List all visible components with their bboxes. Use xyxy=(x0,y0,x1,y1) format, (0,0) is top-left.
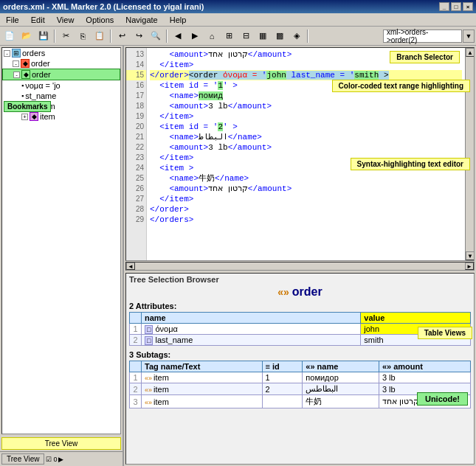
attr-row2-icon-cell: □ last_name xyxy=(142,335,361,346)
scroll-right[interactable]: ► xyxy=(465,262,474,270)
expand-button[interactable]: ▶ xyxy=(187,29,203,44)
tree-node-attr1[interactable]: ▪ νομα = 'jo xyxy=(2,80,120,91)
syntax-highlighting-callout: Syntax-highlighting text editor xyxy=(351,158,470,170)
order2-icon: ◆ xyxy=(21,70,30,79)
save-button[interactable]: 💾 xyxy=(35,29,52,44)
maximize-button[interactable]: □ xyxy=(451,2,461,11)
expand-order2[interactable]: - xyxy=(13,72,20,78)
sep3 xyxy=(166,29,168,43)
menu-options[interactable]: Options xyxy=(83,15,117,25)
sub-row3-num: 3 xyxy=(130,395,142,408)
expand-item2[interactable]: + xyxy=(21,114,28,120)
menu-view[interactable]: View xyxy=(54,15,77,25)
order1-icon: ◆ xyxy=(21,59,30,68)
collapse-button[interactable]: ⊟ xyxy=(238,29,254,44)
attr-row1-icon: □ xyxy=(145,325,153,334)
xml-line-17: <name>помид xyxy=(150,91,462,101)
scroll-down[interactable]: ▼ xyxy=(466,251,475,260)
sep1 xyxy=(54,29,55,43)
ln-29: 29 xyxy=(126,215,146,225)
attr-row1-icon-cell: □ όνομα xyxy=(142,324,361,335)
sub-row1-tag: «»item xyxy=(142,372,263,383)
subtag-row-1[interactable]: 1 «»item 1 помидор 3 lb xyxy=(130,372,471,383)
tree-node-order1[interactable]: - ◆ order xyxy=(2,58,120,69)
new-button[interactable]: 📄 xyxy=(1,29,18,44)
attr2-icon: ▪ xyxy=(21,92,24,100)
expand-orders[interactable]: - xyxy=(4,50,10,57)
sub-row1-amount: 3 lb xyxy=(379,372,470,383)
sub-row2-tag: «»item xyxy=(142,383,263,395)
sub-row1-icon: «» xyxy=(145,375,152,382)
redo-button[interactable]: ↪ xyxy=(131,29,147,44)
right-panel: 13 14 15 16 17 18 19 20 21 22 23 24 25 2… xyxy=(124,46,476,466)
expand-order1[interactable]: - xyxy=(13,60,19,67)
scroll-left[interactable]: ◄ xyxy=(126,262,135,270)
copy-button[interactable]: ⎘ xyxy=(75,29,91,44)
attr-col-num xyxy=(130,313,142,324)
node-label-attr2: st_name xyxy=(25,91,56,100)
ln-22: 22 xyxy=(126,142,146,153)
attr-row1-name: όνομα xyxy=(156,324,178,333)
tree-node-orders[interactable]: - ⊞ orders xyxy=(2,48,120,58)
horizontal-scrollbar[interactable]: ◄ ► xyxy=(125,262,475,271)
ln-25: 25 xyxy=(126,173,146,184)
bookmarks-label: Bookmarks xyxy=(4,101,51,112)
xpath-dropdown[interactable]: ▼ xyxy=(463,29,475,43)
sub-row2-id: 2 xyxy=(262,383,303,395)
menu-navigate[interactable]: Navigate xyxy=(123,15,160,25)
end-button[interactable]: ⊞ xyxy=(221,29,237,44)
main-layout: - ⊞ orders - ◆ order - ◆ order Bookmarks… xyxy=(0,46,476,466)
nav-button[interactable]: ◀ xyxy=(170,29,186,44)
tree-node-item2[interactable]: + ◆ item xyxy=(2,111,120,122)
sub-row2-icon: «» xyxy=(145,386,152,394)
tree-selection-browser: Tree Selection Browser «» order 2 Attrib… xyxy=(125,273,475,465)
tool1[interactable]: ▦ xyxy=(255,29,271,44)
paste-button[interactable]: 📋 xyxy=(92,29,108,44)
window-controls: _ □ × xyxy=(439,2,473,11)
ln-19: 19 xyxy=(126,111,146,122)
xml-line-26: <amount>קרטון אחד</amount> xyxy=(150,184,462,194)
tree-view-tab[interactable]: Tree View xyxy=(1,453,44,465)
tree-node-attr2[interactable]: ▪ st_name xyxy=(2,91,120,101)
undo-button[interactable]: ↩ xyxy=(114,29,130,44)
attr-row2-icon: □ xyxy=(145,336,153,345)
left-bottom-bar: Tree View ☑ 0 ▶ xyxy=(0,451,123,466)
xml-line-28: </order> xyxy=(150,204,462,215)
ln-16: 16 xyxy=(126,80,146,91)
menu-help[interactable]: Help xyxy=(167,15,190,25)
tool2[interactable]: ▩ xyxy=(272,29,288,44)
scroll-up[interactable]: ▲ xyxy=(466,48,475,57)
sub-col-id: ≡ id xyxy=(262,361,303,372)
minimize-button[interactable]: _ xyxy=(439,2,449,11)
ln-14: 14 xyxy=(126,60,146,70)
subtags-container: Tag name/Text ≡ id «» name «» amount 1 «… xyxy=(129,361,471,408)
sub-col-name: «» name xyxy=(303,361,379,372)
item2-icon: ◆ xyxy=(30,112,38,121)
cut-button[interactable]: ✂ xyxy=(58,29,74,44)
xml-line-20: <item id = '2' > xyxy=(150,122,462,132)
table-views-callout: Table Views xyxy=(418,327,472,339)
xml-line-27: </item> xyxy=(150,194,462,204)
menu-file[interactable]: File xyxy=(3,15,22,25)
home-button[interactable]: ⌂ xyxy=(204,29,220,44)
ln-28: 28 xyxy=(126,204,146,215)
unicode-callout: Unicode! xyxy=(417,392,468,406)
arrow-icon: ▶ xyxy=(58,456,63,463)
attr-row2-num: 2 xyxy=(130,335,142,346)
node-label-order2: order xyxy=(32,70,51,79)
node-label-orders: orders xyxy=(22,49,45,58)
tree-view-area[interactable]: - ⊞ orders - ◆ order - ◆ order Bookmarks… xyxy=(1,47,121,434)
sub-row2-name: البطاطس xyxy=(303,383,379,395)
tool3[interactable]: ◈ xyxy=(289,29,305,44)
attr-row1-num: 1 xyxy=(130,324,142,335)
ln-18: 18 xyxy=(126,101,146,111)
sub-row1-num: 1 xyxy=(130,372,142,383)
close-button[interactable]: × xyxy=(463,2,473,11)
attr1-icon: ▪ xyxy=(21,82,24,89)
find-button[interactable]: 🔍 xyxy=(148,29,164,44)
open-button[interactable]: 📂 xyxy=(18,29,35,44)
tree-node-order2[interactable]: - ◆ order xyxy=(2,69,120,80)
sub-row3-name: 牛奶 xyxy=(303,395,379,408)
menu-edit[interactable]: Edit xyxy=(28,15,48,25)
sub-col-num xyxy=(130,361,142,372)
